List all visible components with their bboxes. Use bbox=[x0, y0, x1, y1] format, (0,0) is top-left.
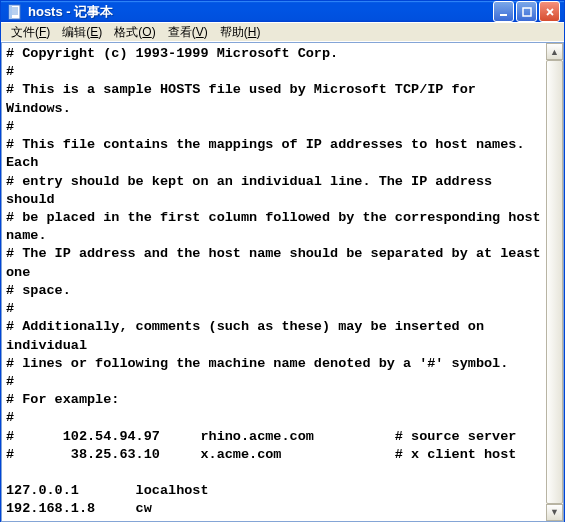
scroll-down-button[interactable]: ▼ bbox=[546, 504, 563, 521]
close-button[interactable] bbox=[539, 1, 560, 22]
window-title: hosts - 记事本 bbox=[28, 3, 493, 21]
menu-file[interactable]: 文件(F) bbox=[5, 23, 56, 42]
titlebar[interactable]: hosts - 记事本 bbox=[1, 1, 564, 22]
menubar: 文件(F) 编辑(E) 格式(O) 查看(V) 帮助(H) bbox=[1, 22, 564, 42]
menu-view[interactable]: 查看(V) bbox=[162, 23, 214, 42]
scroll-thumb[interactable] bbox=[546, 60, 563, 504]
notepad-icon bbox=[7, 4, 23, 20]
window-controls bbox=[493, 1, 560, 22]
text-content[interactable]: # Copyright (c) 1993-1999 Microsoft Corp… bbox=[2, 43, 546, 521]
notepad-window: hosts - 记事本 文件(F) 编辑(E) 格式(O) 查看(V) 帮助(H… bbox=[0, 0, 565, 522]
minimize-button[interactable] bbox=[493, 1, 514, 22]
maximize-button[interactable] bbox=[516, 1, 537, 22]
svg-rect-6 bbox=[500, 14, 507, 16]
menu-format[interactable]: 格式(O) bbox=[108, 23, 161, 42]
vertical-scrollbar[interactable]: ▲ ▼ bbox=[546, 43, 563, 521]
scroll-up-button[interactable]: ▲ bbox=[546, 43, 563, 60]
svg-rect-5 bbox=[9, 5, 12, 19]
menu-help[interactable]: 帮助(H) bbox=[214, 23, 267, 42]
svg-rect-7 bbox=[523, 8, 531, 16]
menu-edit[interactable]: 编辑(E) bbox=[56, 23, 108, 42]
scroll-track[interactable] bbox=[546, 60, 563, 504]
editor-area: # Copyright (c) 1993-1999 Microsoft Corp… bbox=[1, 42, 564, 522]
